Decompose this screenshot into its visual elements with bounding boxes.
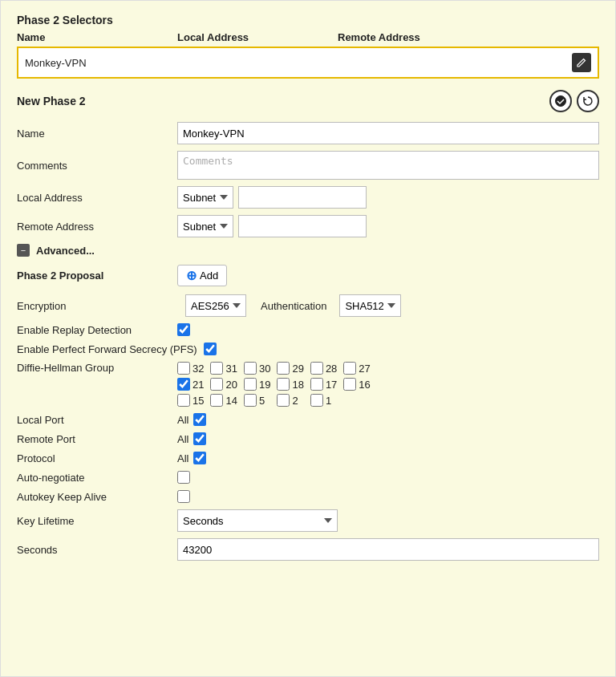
protocol-label: Protocol — [17, 452, 177, 464]
dh-28-checkbox[interactable] — [310, 362, 323, 375]
phase2-selectors-title: Phase 2 Selectors — [17, 14, 599, 26]
remote-address-label: Remote Address — [17, 221, 177, 233]
proposal-label: Phase 2 Proposal — [17, 270, 177, 282]
encryption-row: Encryption AES256 AES128 3DES DES Authen… — [17, 294, 599, 317]
key-lifetime-row: Key Lifetime Seconds KBytes Both — [17, 509, 599, 532]
dh-16-checkbox[interactable] — [343, 378, 356, 391]
seconds-input[interactable] — [177, 538, 599, 561]
authentication-label: Authentication — [261, 300, 326, 312]
comments-row: Comments — [17, 151, 599, 180]
dh-32: 32 — [177, 362, 204, 375]
name-label: Name — [17, 128, 177, 140]
add-icon: ⊕ — [186, 268, 197, 283]
dh-14-checkbox[interactable] — [210, 394, 223, 407]
dh-29-checkbox[interactable] — [277, 362, 290, 375]
autokey-checkbox[interactable] — [177, 490, 190, 503]
key-lifetime-select[interactable]: Seconds KBytes Both — [177, 509, 338, 532]
dh-31-checkbox[interactable] — [210, 362, 223, 375]
comments-input[interactable] — [177, 151, 599, 180]
dh-19: 19 — [244, 378, 270, 391]
remote-address-row: Remote Address Subnet Range IP — [17, 215, 599, 237]
remote-port-label: Remote Port — [17, 433, 177, 445]
auto-negotiate-label: Auto-negotiate — [17, 472, 177, 484]
key-lifetime-label: Key Lifetime — [17, 515, 177, 527]
dh-5: 5 — [244, 394, 270, 407]
authentication-select[interactable]: SHA512 SHA256 SHA1 MD5 — [339, 294, 401, 317]
reset-button[interactable] — [577, 90, 599, 112]
protocol-all: All — [177, 452, 188, 464]
add-button[interactable]: ⊕ Add — [177, 265, 227, 286]
dh-32-checkbox[interactable] — [177, 362, 190, 375]
new-phase-title: New Phase 2 — [17, 95, 545, 107]
dh-15-checkbox[interactable] — [177, 394, 190, 407]
local-port-row: Local Port All — [17, 413, 599, 426]
replay-checkbox[interactable] — [177, 323, 190, 336]
dh-18-checkbox[interactable] — [277, 378, 290, 391]
local-address-group: Subnet Range IP — [177, 186, 367, 209]
auto-negotiate-row: Auto-negotiate — [17, 471, 599, 484]
local-port-all: All — [177, 414, 188, 426]
dh-5-checkbox[interactable] — [244, 394, 257, 407]
local-address-row: Local Address Subnet Range IP — [17, 186, 599, 209]
dh-20: 20 — [210, 378, 237, 391]
dh-21: 21 — [177, 378, 204, 391]
main-container: Phase 2 Selectors Name Local Address Rem… — [0, 0, 616, 677]
remote-port-row: Remote Port All — [17, 432, 599, 445]
dh-15: 15 — [177, 394, 204, 407]
minus-icon: − — [17, 244, 30, 257]
remote-port-checkbox[interactable] — [193, 432, 206, 445]
autokey-row: Autokey Keep Alive — [17, 490, 599, 503]
local-port-label: Local Port — [17, 414, 177, 426]
pfs-checkbox[interactable] — [204, 343, 217, 355]
dh-31: 31 — [210, 362, 237, 375]
edit-icon[interactable] — [572, 53, 591, 72]
dh-group-row: Diffie-Hellman Group 32 31 30 29 28 27 2… — [17, 362, 599, 407]
protocol-row: Protocol All — [17, 452, 599, 464]
name-row: Name — [17, 122, 599, 144]
dh-27-checkbox[interactable] — [343, 362, 356, 375]
dh-20-checkbox[interactable] — [210, 378, 223, 391]
selector-name: Monkey-VPN — [25, 57, 572, 69]
dh-21-checkbox[interactable] — [177, 378, 190, 391]
name-input[interactable] — [177, 122, 599, 144]
dh-18: 18 — [277, 378, 303, 391]
dh-16: 16 — [343, 378, 370, 391]
remote-address-group: Subnet Range IP — [177, 215, 367, 237]
pfs-label: Enable Perfect Forward Secrecy (PFS) — [17, 343, 197, 355]
dh-28: 28 — [310, 362, 337, 375]
col-local-address: Local Address — [177, 31, 338, 43]
remote-address-input[interactable] — [238, 215, 367, 237]
replay-label: Enable Replay Detection — [17, 324, 177, 336]
selector-row: Monkey-VPN — [17, 47, 599, 79]
pfs-row: Enable Perfect Forward Secrecy (PFS) — [17, 343, 599, 355]
dh-group-label: Diffie-Hellman Group — [17, 362, 177, 374]
dh-14: 14 — [210, 394, 237, 407]
table-header: Name Local Address Remote Address — [17, 31, 599, 43]
dh-27: 27 — [343, 362, 370, 375]
encryption-label: Encryption — [17, 300, 177, 312]
protocol-checkbox[interactable] — [193, 452, 206, 464]
local-address-input[interactable] — [238, 186, 367, 209]
dh-2: 2 — [277, 394, 303, 407]
col-remote-address: Remote Address — [338, 31, 599, 43]
svg-point-0 — [556, 96, 566, 107]
dh-19-checkbox[interactable] — [244, 378, 257, 391]
dh-30-checkbox[interactable] — [244, 362, 257, 375]
comments-label: Comments — [17, 160, 177, 172]
auto-negotiate-checkbox[interactable] — [177, 471, 190, 484]
seconds-label: Seconds — [17, 544, 177, 556]
encryption-select[interactable]: AES256 AES128 3DES DES — [185, 294, 246, 317]
dh-2-checkbox[interactable] — [277, 394, 290, 407]
local-address-select[interactable]: Subnet Range IP — [177, 186, 233, 209]
dh-1-checkbox[interactable] — [310, 394, 323, 407]
seconds-row: Seconds — [17, 538, 599, 561]
dh-1: 1 — [310, 394, 337, 407]
dh-30: 30 — [244, 362, 270, 375]
local-address-label: Local Address — [17, 192, 177, 204]
dh-17-checkbox[interactable] — [310, 378, 323, 391]
advanced-row[interactable]: − Advanced... — [17, 244, 599, 257]
confirm-button[interactable] — [549, 90, 572, 112]
remote-port-all: All — [177, 433, 188, 445]
remote-address-select[interactable]: Subnet Range IP — [177, 215, 233, 237]
local-port-checkbox[interactable] — [193, 413, 206, 426]
